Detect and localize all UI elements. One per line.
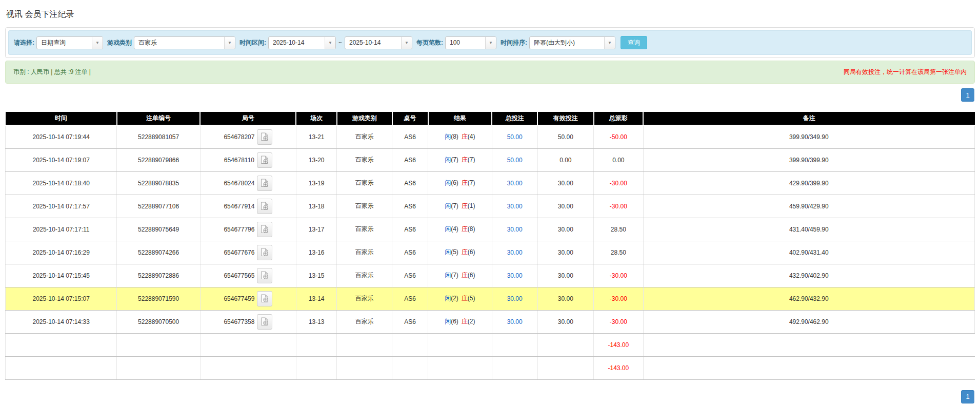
table-no-cell: AS6 <box>392 287 428 310</box>
video-replay-button[interactable] <box>257 129 272 145</box>
valid-bet-cell: 30.00 <box>537 287 594 310</box>
table-no-cell: AS6 <box>392 310 428 333</box>
video-record-icon <box>261 317 269 326</box>
payout-cell: 0.00 <box>594 148 643 171</box>
chevron-down-icon[interactable]: ▼ <box>325 37 335 49</box>
date-from-input[interactable]: 2025-10-14 ▼ <box>268 36 336 49</box>
round-id: 654677676 <box>224 249 254 256</box>
total-bet-link[interactable]: 30.00 <box>507 180 523 187</box>
table-no-cell: AS6 <box>392 264 428 287</box>
total-bet-link[interactable]: 30.00 <box>507 226 523 233</box>
page-size-select[interactable]: 100 ▼ <box>445 36 496 49</box>
column-header: 有效投注 <box>537 112 594 125</box>
time-sort-select[interactable]: 降幂(由大到小) ▼ <box>529 36 615 49</box>
game-type-cell: 百家乐 <box>337 264 392 287</box>
round-id: 654677565 <box>224 272 254 279</box>
pagination-top: 1 <box>5 88 974 102</box>
summary-label-cell: 小计 <box>6 333 117 356</box>
game-type-cell: 百家乐 <box>337 171 392 195</box>
session-cell: 13-21 <box>296 125 336 148</box>
time-cell: 2025-10-14 07:15:07 <box>6 287 117 310</box>
column-header: 总投注 <box>492 112 537 125</box>
time-cell: 2025-10-14 07:15:45 <box>6 264 117 287</box>
table-row: 2025-10-14 07:17:57 522889077106 6546779… <box>6 195 975 218</box>
game-type-cell: 百家乐 <box>337 195 392 218</box>
total-bet-link[interactable]: 30.00 <box>507 318 523 325</box>
player-result-score: (7) <box>451 202 458 209</box>
total-bet-cell: 30.00 <box>492 195 537 218</box>
page-1-button[interactable]: 1 <box>961 390 974 403</box>
total-bet-link[interactable]: 30.00 <box>507 249 523 256</box>
video-replay-button[interactable] <box>257 245 272 260</box>
banker-result-score: (6) <box>468 248 475 256</box>
time-cell: 2025-10-14 07:17:11 <box>6 218 117 241</box>
round-id: 654677358 <box>224 318 254 325</box>
player-result-label: 闲 <box>445 179 451 186</box>
column-header: 局号 <box>200 112 296 125</box>
column-header: 结果 <box>428 112 492 125</box>
time-sort-value: 降幂(由大到小) <box>530 37 604 49</box>
total-bet-link[interactable]: 50.00 <box>507 157 523 164</box>
video-replay-button[interactable] <box>257 314 272 330</box>
summary-payout-cell: -143.00 <box>594 333 643 356</box>
banker-result-score: (7) <box>468 179 475 186</box>
summary-valid-bet-cell: 260.00 <box>537 356 594 379</box>
bet-id-cell: 522889071590 <box>117 287 201 310</box>
banker-result-label: 庄 <box>462 248 468 256</box>
video-record-icon <box>261 225 269 234</box>
valid-bet-cell: 0.00 <box>537 148 594 171</box>
game-type-select[interactable]: 百家乐 ▼ <box>134 36 235 49</box>
video-replay-button[interactable] <box>257 199 272 214</box>
game-type-value: 百家乐 <box>134 37 224 49</box>
records-table: 时间注单编号局号场次游戏类别桌号结果总投注有效投注总派彩备注 2025-10-1… <box>5 112 975 380</box>
player-result-label: 闲 <box>445 202 451 209</box>
game-type-cell: 百家乐 <box>337 148 392 171</box>
banker-result-score: (7) <box>468 156 475 163</box>
result-cell: 闲(7)庄(1) <box>428 195 492 218</box>
round-id: 654678024 <box>224 180 254 187</box>
player-result-score: (7) <box>451 272 458 279</box>
query-mode-select[interactable]: 日期查询 ▼ <box>36 36 103 49</box>
bet-id-cell: 522889078835 <box>117 171 201 195</box>
total-bet-link[interactable]: 30.00 <box>507 295 523 302</box>
chevron-down-icon[interactable]: ▼ <box>224 37 235 49</box>
video-record-icon <box>261 248 269 257</box>
page-1-button[interactable]: 1 <box>961 88 974 102</box>
video-record-icon <box>261 156 269 164</box>
video-record-icon <box>261 294 269 303</box>
range-separator: ~ <box>338 39 342 46</box>
total-bet-cell: 50.00 <box>492 125 537 148</box>
video-replay-button[interactable] <box>257 176 272 191</box>
session-cell: 13-16 <box>296 241 336 264</box>
round-cell: 654677459 <box>200 287 296 310</box>
video-replay-button[interactable] <box>257 222 272 237</box>
summary-count-cell: 9 <box>117 333 201 356</box>
payout-cell: -30.00 <box>594 287 643 310</box>
chevron-down-icon[interactable]: ▼ <box>401 37 412 49</box>
player-result-label: 闲 <box>445 295 451 302</box>
select-mode-label: 请选择: <box>14 39 34 47</box>
payout-cell: -30.00 <box>594 171 643 195</box>
video-replay-button[interactable] <box>257 291 272 306</box>
remark-cell: 402.90/431.40 <box>643 241 974 264</box>
result-cell: 闲(5)庄(6) <box>428 241 492 264</box>
video-record-icon <box>261 132 269 141</box>
search-button[interactable]: 查询 <box>621 36 647 49</box>
remark-cell: 492.90/462.90 <box>643 310 974 333</box>
total-bet-link[interactable]: 30.00 <box>507 272 523 279</box>
chevron-down-icon[interactable]: ▼ <box>485 37 496 49</box>
date-to-input[interactable]: 2025-10-14 ▼ <box>345 36 412 49</box>
table-no-cell: AS6 <box>392 125 428 148</box>
video-replay-button[interactable] <box>257 268 272 283</box>
valid-bet-cell: 30.00 <box>537 195 594 218</box>
total-bet-link[interactable]: 30.00 <box>507 203 523 210</box>
chevron-down-icon[interactable]: ▼ <box>604 37 615 49</box>
video-replay-button[interactable] <box>257 152 272 168</box>
result-cell: 闲(2)庄(5) <box>428 287 492 310</box>
banker-result-label: 庄 <box>462 133 468 140</box>
result-cell: 闲(7)庄(7) <box>428 148 492 171</box>
total-bet-link[interactable]: 50.00 <box>507 133 523 141</box>
pagination-bottom: 1 <box>5 390 974 403</box>
game-type-label: 游戏类别 <box>107 39 132 47</box>
chevron-down-icon[interactable]: ▼ <box>92 37 103 49</box>
